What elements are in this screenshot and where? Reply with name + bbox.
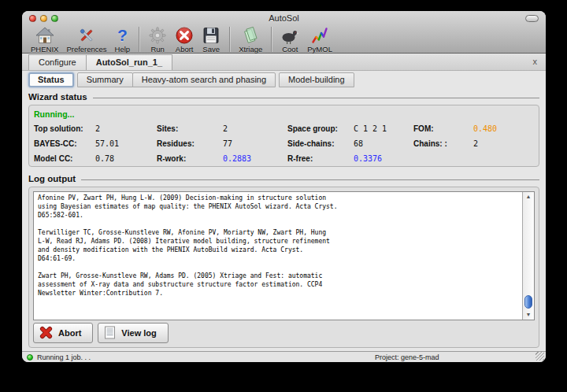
field-value: 0.78: [95, 154, 157, 163]
title-bar[interactable]: AutoSol: [22, 11, 546, 25]
log-document-icon: [104, 326, 116, 341]
xtriage-crystal-icon: [241, 26, 260, 45]
close-window-button[interactable]: [29, 15, 36, 22]
scroll-down-icon[interactable]: ▼: [523, 310, 534, 320]
toolbar-item-coot[interactable]: Coot: [276, 26, 303, 54]
toolbar-item-run[interactable]: Run: [144, 26, 171, 54]
phenix-house-icon: [35, 26, 54, 45]
field-label: Model CC:: [34, 154, 95, 163]
abort-button-label: Abort: [58, 328, 81, 338]
log-output-panel: Afonine PV, Zwart PH, Hung L-W. (2009) D…: [28, 187, 539, 348]
field-label: Sites:: [157, 124, 223, 133]
field-value: 77: [223, 139, 287, 148]
scroll-up-icon[interactable]: ▲: [523, 192, 534, 202]
toolbar: PHENIX Preferences: [22, 25, 546, 54]
toolbar-label: Xtriage: [239, 45, 262, 54]
toolbar-label: Save: [202, 45, 220, 54]
status-grid: Top solution: 2 Sites: 2 Space group: C …: [34, 121, 534, 166]
tab-summary[interactable]: Summary: [77, 72, 133, 87]
job-status-text: Running 1 job. . .: [37, 353, 91, 361]
field-label: Top solution:: [34, 124, 95, 133]
abort-red-x-icon: [175, 26, 194, 45]
save-floppy-icon: [202, 26, 220, 45]
log-output-heading: Log output: [28, 174, 76, 183]
traffic-lights: [29, 15, 58, 22]
wizard-status-heading: Wizard status: [28, 92, 87, 102]
log-output-header: Log output: [28, 174, 539, 183]
help-question-icon: ?: [117, 26, 128, 45]
preferences-tools-icon: [77, 26, 96, 45]
tab-configure[interactable]: Configure: [28, 54, 87, 70]
field-label: Side-chains:: [287, 139, 354, 148]
toolbar-item-abort[interactable]: Abort: [171, 26, 198, 54]
log-scrollbar[interactable]: ▲ ▼: [522, 192, 534, 320]
field-value: 2: [473, 139, 534, 148]
field-label: R-free:: [287, 154, 354, 163]
toolbar-separator: [271, 27, 272, 52]
tab-heavy-atom-search[interactable]: Heavy-atom search and phasing: [132, 72, 276, 87]
field-value: 2: [95, 124, 157, 133]
toolbar-label: Coot: [282, 45, 298, 54]
log-text-area[interactable]: Afonine PV, Zwart PH, Hung L-W. (2009) D…: [33, 191, 535, 320]
field-label: FOM:: [413, 124, 473, 133]
minimize-window-button[interactable]: [40, 15, 47, 22]
toolbar-toggle-button[interactable]: [525, 15, 539, 22]
field-value-fom: 0.480: [473, 124, 534, 133]
status-page: Wizard status Running... Top solution: 2…: [22, 87, 546, 348]
toolbar-label: Help: [115, 45, 131, 54]
wizard-status-header: Wizard status: [28, 92, 539, 102]
coot-bird-icon: [280, 26, 299, 45]
view-log-button[interactable]: View log: [98, 323, 168, 343]
project-label: Project: gene-5-mad: [375, 353, 439, 361]
log-button-row: Abort View: [33, 323, 535, 343]
field-label: Residues:: [157, 139, 223, 148]
field-value-rfree: 0.3376: [354, 154, 413, 163]
field-value: 57.01: [95, 139, 157, 148]
zoom-window-button[interactable]: [51, 15, 58, 22]
toolbar-item-xtriage[interactable]: Xtriage: [235, 26, 266, 54]
view-log-button-label: View log: [121, 328, 156, 338]
toolbar-label: PHENIX: [31, 45, 58, 54]
document-tab-bar: Configure AutoSol_run_1_ x: [22, 54, 546, 71]
run-gear-icon: [148, 26, 167, 45]
view-tab-bar: Status Summary Heavy-atom search and pha…: [22, 71, 546, 87]
toolbar-item-phenix[interactable]: PHENIX: [27, 26, 62, 54]
window-chrome: AutoSol PHENIX: [22, 11, 546, 54]
tab-status[interactable]: Status: [28, 72, 74, 87]
toolbar-label: Run: [150, 45, 164, 54]
field-value: 68: [354, 139, 413, 148]
field-label: BAYES-CC:: [34, 139, 95, 148]
close-tab-icon[interactable]: x: [531, 57, 540, 67]
toolbar-label: Abort: [176, 45, 194, 54]
toolbar-item-save[interactable]: Save: [198, 26, 224, 54]
toolbar-label: Preferences: [66, 45, 106, 54]
resize-grip[interactable]: [536, 352, 544, 361]
toolbar-item-help[interactable]: ? Help: [111, 26, 135, 54]
window-title: AutoSol: [22, 11, 546, 25]
running-status-text: Running...: [34, 109, 534, 121]
header-rule: [93, 98, 539, 98]
field-value-rwork: 0.2883: [223, 154, 287, 163]
field-value: 2: [223, 124, 287, 133]
tab-model-building[interactable]: Model-building: [279, 72, 354, 87]
tab-autosol-run-1[interactable]: AutoSol_run_1_: [86, 54, 172, 70]
field-label: Space group:: [287, 124, 354, 133]
wizard-status-panel: Running... Top solution: 2 Sites: 2 Spac…: [28, 105, 539, 167]
autosol-window: AutoSol PHENIX: [22, 11, 546, 362]
toolbar-item-preferences[interactable]: Preferences: [62, 26, 110, 54]
abort-x-icon: [39, 326, 53, 341]
scrollbar-thumb[interactable]: [524, 295, 532, 309]
status-bar: Running 1 job. . . Project: gene-5-mad: [22, 351, 546, 362]
abort-button[interactable]: Abort: [33, 323, 93, 343]
job-running-indicator-icon: [27, 354, 33, 361]
toolbar-separator: [139, 27, 139, 52]
toolbar-item-pymol[interactable]: PyMOL: [303, 26, 336, 54]
toolbar-label: PyMOL: [307, 45, 332, 54]
field-label: Chains: :: [413, 139, 473, 148]
log-text: Afonine PV, Zwart PH, Hung L-W. (2009) D…: [34, 192, 522, 320]
field-label: R-work:: [157, 154, 223, 163]
field-value: C 1 2 1: [354, 124, 413, 133]
toolbar-separator: [229, 27, 230, 52]
header-rule: [81, 179, 539, 180]
pymol-ribbon-icon: [310, 26, 329, 45]
